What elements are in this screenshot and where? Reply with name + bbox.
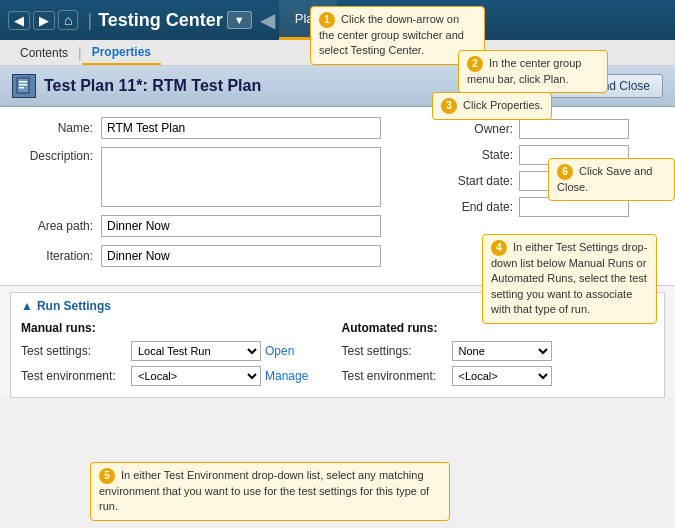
svg-rect-2 bbox=[19, 84, 27, 86]
manual-env-row: Test environment: <Local> Manage bbox=[21, 366, 334, 386]
owner-label: Owner: bbox=[449, 122, 519, 136]
callout-5: 5 In either Test Environment drop-down l… bbox=[90, 462, 450, 521]
description-label: Description: bbox=[16, 147, 101, 163]
manual-env-label: Test environment: bbox=[21, 369, 131, 383]
manual-runs-title: Manual runs: bbox=[21, 321, 334, 335]
nav-title: Testing Center bbox=[98, 10, 223, 31]
manual-test-settings-row: Test settings: Local Test Run Open bbox=[21, 341, 334, 361]
name-row: Name: bbox=[16, 117, 439, 139]
open-link[interactable]: Open bbox=[265, 344, 294, 358]
callout-2: 2 In the center group menu bar, click Pl… bbox=[458, 50, 608, 93]
home-button[interactable]: ⌂ bbox=[58, 10, 78, 30]
area-path-label: Area path: bbox=[16, 219, 101, 233]
forward-button[interactable]: ▶ bbox=[33, 11, 55, 30]
nav-item-contents[interactable]: Contents bbox=[10, 40, 78, 65]
collapse-icon: ▲ bbox=[21, 299, 33, 313]
start-date-label: Start date: bbox=[449, 174, 519, 188]
iteration-input[interactable] bbox=[101, 245, 381, 267]
manual-test-settings-label: Test settings: bbox=[21, 344, 131, 358]
auto-test-settings-label: Test settings: bbox=[342, 344, 452, 358]
description-input[interactable] bbox=[101, 147, 381, 207]
manual-test-settings-select[interactable]: Local Test Run bbox=[131, 341, 261, 361]
manual-env-select[interactable]: <Local> bbox=[131, 366, 261, 386]
main-content: Test Plan 11*: RTM Test Plan Save and Cl… bbox=[0, 66, 675, 398]
callout-4: 4 In either Test Settings drop-down list… bbox=[482, 234, 657, 324]
name-label: Name: bbox=[16, 121, 101, 135]
state-label: State: bbox=[449, 148, 519, 162]
auto-test-settings-select[interactable]: None bbox=[452, 341, 552, 361]
iteration-row: Iteration: bbox=[16, 245, 439, 267]
left-arrow-icon: ◀ bbox=[260, 8, 275, 32]
callout-3: 3 Click Properties. bbox=[432, 92, 552, 120]
nav-item-properties[interactable]: Properties bbox=[82, 40, 161, 65]
svg-rect-3 bbox=[19, 87, 24, 89]
callout-6: 6 Click Save and Close. bbox=[548, 158, 675, 201]
document-icon bbox=[12, 74, 36, 98]
nav-separator: | bbox=[87, 10, 92, 31]
automated-runs-section: Automated runs: Test settings: None Test… bbox=[342, 321, 655, 391]
owner-row: Owner: bbox=[449, 119, 659, 139]
form-left: Name: Description: Area path: Iteration: bbox=[16, 117, 439, 275]
owner-input[interactable] bbox=[519, 119, 629, 139]
runs-grid: Manual runs: Test settings: Local Test R… bbox=[21, 321, 654, 391]
manual-runs-section: Manual runs: Test settings: Local Test R… bbox=[21, 321, 334, 391]
auto-env-select[interactable]: <Local> bbox=[452, 366, 552, 386]
end-date-label: End date: bbox=[449, 200, 519, 214]
center-group-switcher[interactable]: ▼ bbox=[227, 11, 252, 29]
back-button[interactable]: ◀ bbox=[8, 11, 30, 30]
auto-test-settings-row: Test settings: None bbox=[342, 341, 655, 361]
area-path-input[interactable] bbox=[101, 215, 381, 237]
svg-rect-1 bbox=[19, 81, 27, 83]
doc-title-area: Test Plan 11*: RTM Test Plan bbox=[12, 74, 261, 98]
manage-link[interactable]: Manage bbox=[265, 369, 308, 383]
description-row: Description: bbox=[16, 147, 439, 207]
auto-env-label: Test environment: bbox=[342, 369, 452, 383]
name-input[interactable] bbox=[101, 117, 381, 139]
auto-env-row: Test environment: <Local> bbox=[342, 366, 655, 386]
area-path-row: Area path: bbox=[16, 215, 439, 237]
doc-title: Test Plan 11*: RTM Test Plan bbox=[44, 77, 261, 95]
iteration-label: Iteration: bbox=[16, 249, 101, 263]
